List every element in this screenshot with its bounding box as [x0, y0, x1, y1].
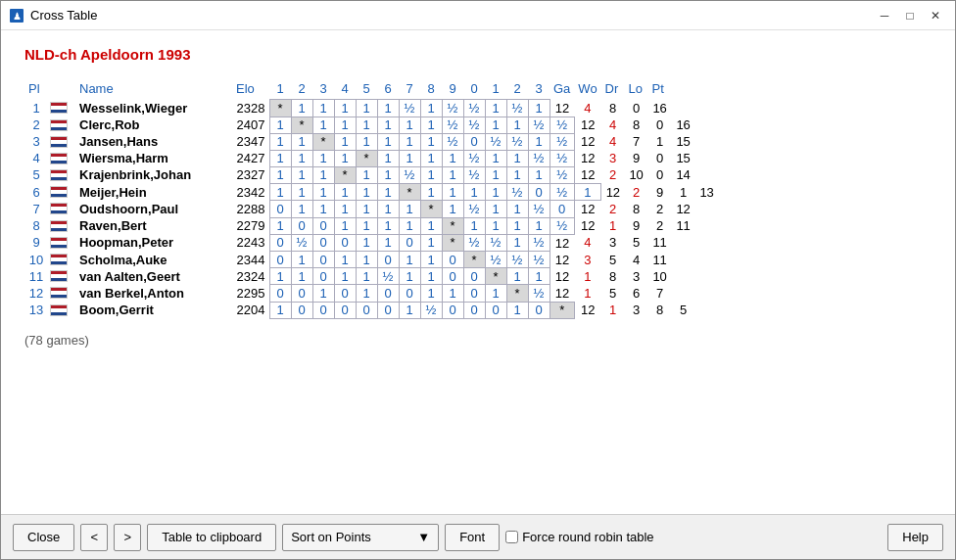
name-cell: Wiersma,Harm [75, 150, 232, 166]
score-cell: 1 [334, 201, 356, 218]
clipboard-button[interactable]: Table to clipboard [147, 524, 276, 551]
score-cell: 1 [312, 117, 334, 133]
score-cell: ½ [420, 302, 442, 318]
score-cell: 1 [269, 302, 291, 318]
font-button[interactable]: Font [445, 524, 500, 551]
lo-cell: 6 [625, 285, 648, 303]
score-cell: 1 [377, 117, 399, 133]
score-cell: 1 [312, 201, 334, 218]
ga-cell: 12 [574, 133, 600, 150]
score-cell: 1 [506, 150, 528, 166]
name-cell: Clerc,Rob [75, 117, 232, 133]
score-cell: 1 [399, 268, 420, 285]
score-cell: ½ [506, 184, 528, 201]
close-button[interactable]: Close [13, 524, 74, 551]
score-cell: 0 [463, 285, 485, 303]
score-cell: 0 [334, 285, 356, 303]
col-r4: 4 [334, 80, 356, 100]
score-cell: 1 [312, 150, 334, 166]
score-cell: 1 [399, 217, 420, 234]
dr-cell: 9 [625, 150, 648, 166]
force-robin-checkbox[interactable] [505, 531, 518, 543]
sort-dropdown[interactable]: Sort on Points ▼ [282, 524, 439, 551]
pl-cell: 7 [24, 201, 48, 218]
close-window-button[interactable]: ✕ [924, 5, 947, 26]
score-cell: ½ [463, 100, 485, 117]
col-pl: Pl [24, 80, 48, 100]
dr-cell: 5 [601, 285, 625, 303]
score-cell: 1 [399, 201, 420, 218]
score-cell: * [420, 201, 442, 218]
cross-table: Pl Name Elo 1 2 3 4 5 6 7 8 9 0 1 2 3 [24, 80, 719, 319]
score-cell: 1 [291, 201, 312, 218]
table-row: 9Hoopman,Peter22430½001101*½½1½1243511 [24, 234, 719, 252]
flag-cell [48, 166, 75, 184]
score-cell: 1 [485, 117, 506, 133]
pl-cell: 2 [24, 117, 48, 133]
col-r8: 8 [420, 80, 442, 100]
col-wo: Wo [574, 80, 600, 100]
elo-cell: 2327 [232, 166, 269, 184]
elo-cell: 2288 [232, 201, 269, 218]
score-cell: 1 [312, 166, 334, 184]
wo-cell: 2 [601, 166, 625, 184]
main-content: NLD-ch Apeldoorn 1993 Pl Name Elo 1 2 3 … [1, 30, 955, 514]
score-cell: ½ [528, 117, 550, 133]
table-row: 7Oudshoorn,Paul22880111111*1½11½01228212 [24, 201, 719, 218]
score-cell: 1 [574, 184, 600, 201]
tournament-title: NLD-ch Apeldoorn 1993 [24, 46, 932, 63]
score-cell: ½ [463, 150, 485, 166]
table-row: 2Clerc,Rob24071*111111½½11½½1248016 [24, 117, 719, 133]
score-cell: 1 [420, 150, 442, 166]
nl-flag [50, 169, 68, 181]
score-cell: 1 [291, 150, 312, 166]
ga-cell: 12 [550, 252, 574, 268]
force-robin-label[interactable]: Force round robin table [505, 530, 653, 544]
pt-cell: 15 [672, 133, 695, 150]
score-cell: ½ [550, 184, 574, 201]
pt-cell: 7 [648, 285, 672, 303]
pt-cell: 11 [648, 234, 672, 252]
score-cell: 1 [269, 184, 291, 201]
wo-cell: 2 [625, 184, 648, 201]
dr-cell: 3 [601, 234, 625, 252]
pt-cell: 5 [672, 302, 695, 318]
score-cell: 0 [528, 302, 550, 318]
score-cell: 1 [420, 252, 442, 268]
prev-button[interactable]: < [80, 524, 108, 551]
name-cell: Boom,Gerrit [75, 302, 232, 318]
score-cell: * [291, 117, 312, 133]
score-cell: 0 [312, 234, 334, 252]
col-r6: 6 [377, 80, 399, 100]
maximize-button[interactable]: □ [898, 5, 922, 26]
score-cell: 0 [356, 302, 377, 318]
nl-flag [50, 203, 68, 214]
footer: Close < > Table to clipboard Sort on Poi… [1, 514, 955, 559]
ga-cell: 12 [574, 201, 600, 218]
score-cell: ½ [506, 133, 528, 150]
col-name: Name [75, 80, 232, 100]
score-cell: ½ [550, 217, 574, 234]
score-cell: 1 [463, 217, 485, 234]
score-cell: 1 [463, 184, 485, 201]
col-r3: 3 [312, 80, 334, 100]
elo-cell: 2243 [232, 234, 269, 252]
elo-cell: 2204 [232, 302, 269, 318]
score-cell: 1 [420, 285, 442, 303]
wo-cell: 3 [574, 252, 600, 268]
score-cell: 1 [506, 117, 528, 133]
ga-cell: 12 [550, 285, 574, 303]
help-button[interactable]: Help [887, 524, 943, 551]
score-cell: 1 [442, 150, 463, 166]
next-button[interactable]: > [114, 524, 141, 551]
pl-cell: 10 [24, 252, 48, 268]
score-cell: ½ [442, 100, 463, 117]
col-r5: 5 [356, 80, 377, 100]
score-cell: 1 [399, 150, 420, 166]
minimize-button[interactable]: ─ [873, 5, 896, 26]
score-cell: 1 [334, 217, 356, 234]
score-cell: 1 [377, 201, 399, 218]
elo-cell: 2295 [232, 285, 269, 303]
score-cell: 0 [463, 268, 485, 285]
pt-cell: 16 [648, 100, 672, 117]
